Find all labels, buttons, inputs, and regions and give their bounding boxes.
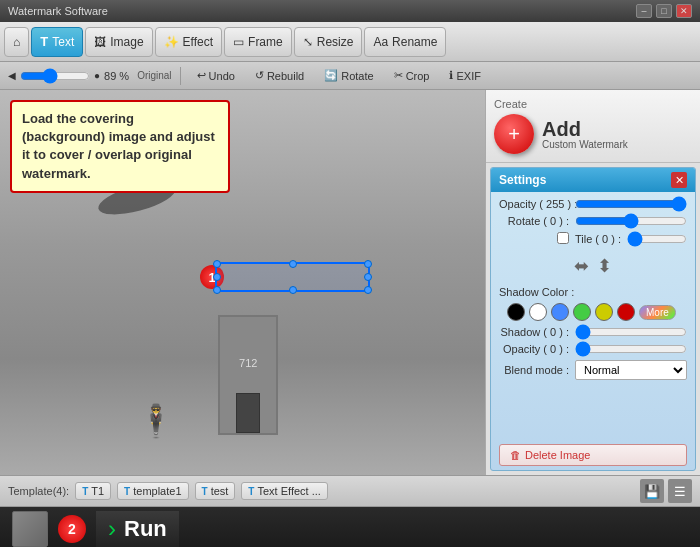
zoom-control: ◀ ● 89 % Original <box>8 70 172 82</box>
original-label: Original <box>137 70 171 81</box>
run-button[interactable]: › Run <box>96 511 179 547</box>
building-number: 712 <box>239 357 257 369</box>
handle-ml[interactable] <box>213 273 221 281</box>
preview-thumbnail <box>12 511 48 547</box>
image-label: Image <box>110 35 143 49</box>
template-icon-2: T <box>202 486 208 497</box>
swatch-green[interactable] <box>573 303 591 321</box>
rebuild-button[interactable]: ↺ Rebuild <box>247 67 312 84</box>
rebuild-label: Rebuild <box>267 70 304 82</box>
move-icons: ⬌ ⬍ <box>499 251 687 281</box>
template-item-2[interactable]: T test <box>195 482 236 500</box>
template-actions: 💾 ☰ <box>640 479 692 503</box>
handle-tr[interactable] <box>364 260 372 268</box>
tile-row: Tile ( 0 ) : <box>499 232 687 246</box>
resize-label: Resize <box>317 35 354 49</box>
save-template-button[interactable]: 💾 <box>640 479 664 503</box>
swatch-yellow[interactable] <box>595 303 613 321</box>
template-icon-3: T <box>248 486 254 497</box>
opacity-row: Opacity ( 255 ) : <box>499 198 687 210</box>
undo-label: Undo <box>209 70 235 82</box>
shadow-color-row: Shadow Color : <box>499 286 687 298</box>
opacity2-row: Opacity ( 0 ) : <box>499 343 687 355</box>
handle-tl[interactable] <box>213 260 221 268</box>
template-name-1: template1 <box>133 485 181 497</box>
selection-box[interactable] <box>215 262 370 292</box>
more-colors-button[interactable]: More <box>639 305 676 320</box>
text-icon: T <box>40 34 48 49</box>
resize-button[interactable]: ⤡ Resize <box>294 27 363 57</box>
template-name-0: T1 <box>91 485 104 497</box>
window-controls: – □ ✕ <box>636 4 692 18</box>
run-chevron-icon: › <box>108 515 116 543</box>
template-item-0[interactable]: T T1 <box>75 482 111 500</box>
handle-mr[interactable] <box>364 273 372 281</box>
move-horizontal-icon[interactable]: ⬌ <box>574 255 589 277</box>
add-watermark-button[interactable]: + Add Custom Watermark <box>494 114 692 154</box>
rotate-button[interactable]: 🔄 Rotate <box>316 67 381 84</box>
frame-icon: ▭ <box>233 35 244 49</box>
canvas-area[interactable]: 712 🕴 Load the covering (background) ima… <box>0 90 485 475</box>
template-icon-1: T <box>124 486 130 497</box>
tooltip-box: Load the covering (background) image and… <box>10 100 230 193</box>
template-icon-0: T <box>82 486 88 497</box>
settings-template-button[interactable]: ☰ <box>668 479 692 503</box>
home-button[interactable]: ⌂ <box>4 27 29 57</box>
effect-icon: ✨ <box>164 35 179 49</box>
blend-select[interactable]: Normal Multiply Screen Overlay Darken Li… <box>575 360 687 380</box>
image-icon: 🖼 <box>94 35 106 49</box>
run-bar: 2 › Run <box>0 507 700 547</box>
effect-label: Effect <box>183 35 213 49</box>
rotate-row: Rotate ( 0 ) : <box>499 215 687 227</box>
swatch-red[interactable] <box>617 303 635 321</box>
frame-button[interactable]: ▭ Frame <box>224 27 292 57</box>
image-button[interactable]: 🖼 Image <box>85 27 152 57</box>
separator1 <box>180 67 181 85</box>
swatch-black[interactable] <box>507 303 525 321</box>
exif-button[interactable]: ℹ EXIF <box>441 67 488 84</box>
rebuild-icon: ↺ <box>255 69 264 82</box>
template-item-1[interactable]: T template1 <box>117 482 188 500</box>
handle-tm[interactable] <box>289 260 297 268</box>
settings-panel: Settings ✕ Opacity ( 255 ) : Rotate ( 0 … <box>490 167 696 471</box>
swatch-white[interactable] <box>529 303 547 321</box>
zoom-slider[interactable] <box>20 72 90 80</box>
handle-bl[interactable] <box>213 286 221 294</box>
undo-button[interactable]: ↩ Undo <box>189 67 243 84</box>
delete-label: Delete Image <box>525 449 590 461</box>
template-item-3[interactable]: T Text Effect ... <box>241 482 328 500</box>
building-door <box>236 393 260 433</box>
settings-close-button[interactable]: ✕ <box>671 172 687 188</box>
rotate-slider[interactable] <box>575 217 687 225</box>
opacity-slider[interactable] <box>575 200 687 208</box>
handle-bm[interactable] <box>289 286 297 294</box>
effect-button[interactable]: ✨ Effect <box>155 27 222 57</box>
exif-label: EXIF <box>456 70 480 82</box>
delete-image-button[interactable]: 🗑 Delete Image <box>499 444 687 466</box>
text-button[interactable]: T Text <box>31 27 83 57</box>
rotate-label: Rotate <box>341 70 373 82</box>
template-name-3: Text Effect ... <box>257 485 320 497</box>
tile-checkbox[interactable] <box>557 232 569 244</box>
close-button[interactable]: ✕ <box>676 4 692 18</box>
shadow-color-label: Shadow Color : <box>499 286 569 298</box>
rename-icon: Aa <box>373 35 388 49</box>
swatch-blue[interactable] <box>551 303 569 321</box>
tile-slider[interactable] <box>627 235 687 243</box>
move-vertical-icon[interactable]: ⬍ <box>597 255 612 277</box>
handle-br[interactable] <box>364 286 372 294</box>
titlebar: Watermark Software – □ ✕ <box>0 0 700 22</box>
add-icon: + <box>494 114 534 154</box>
add-sublabel: Custom Watermark <box>542 139 628 150</box>
restore-button[interactable]: □ <box>656 4 672 18</box>
shadow-slider[interactable] <box>575 328 687 336</box>
rename-button[interactable]: Aa Rename <box>364 27 446 57</box>
rename-label: Rename <box>392 35 437 49</box>
rotate-icon: 🔄 <box>324 69 338 82</box>
resize-icon: ⤡ <box>303 35 313 49</box>
minimize-button[interactable]: – <box>636 4 652 18</box>
opacity2-slider[interactable] <box>575 345 687 353</box>
right-panel: Create + Add Custom Watermark Settings ✕ <box>485 90 700 475</box>
blend-label: Blend mode : <box>499 364 569 376</box>
crop-button[interactable]: ✂ Crop <box>386 67 438 84</box>
